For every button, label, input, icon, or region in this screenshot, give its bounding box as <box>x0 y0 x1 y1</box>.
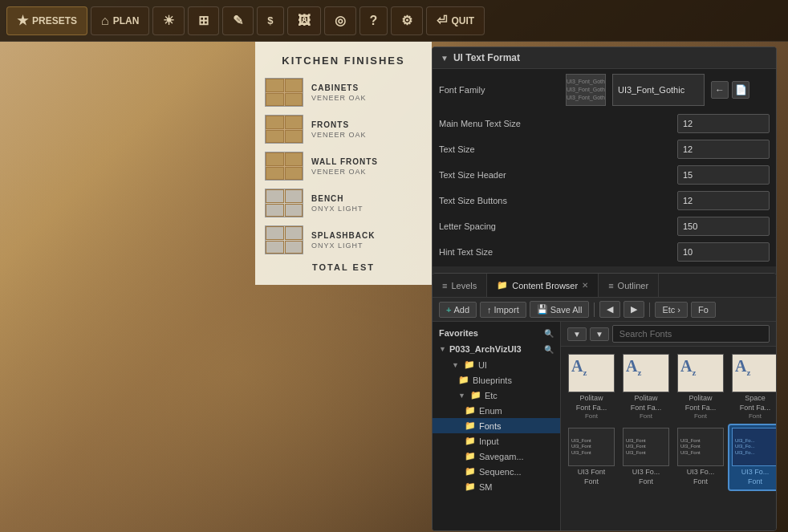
toolbar-btn-settings[interactable]: ⚙ <box>391 6 423 35</box>
total-est-label: TOTAL EST <box>265 262 422 272</box>
quit-label: QUIT <box>451 15 474 26</box>
toolbar-btn-help[interactable]: ? <box>359 6 388 35</box>
tree-item-blueprints[interactable]: 📁 Blueprints <box>433 372 560 388</box>
nav-left-button[interactable]: ◀ <box>599 301 620 318</box>
asset-item-7[interactable]: UI3_FontUI3_FontUI3_Font UI3 Fo...Font <box>675 425 726 489</box>
tab-levels[interactable]: ≡ Levels <box>433 274 487 297</box>
tab-outliner[interactable]: ≡ Outliner <box>599 274 659 297</box>
toolbar-btn-rooms[interactable]: ⊞ <box>188 6 219 35</box>
asset-thumb-1: Az <box>568 354 615 392</box>
finish-item-fronts[interactable]: FRONTS VENEER OAK <box>265 115 422 144</box>
ui-folder-icon: 📁 <box>464 359 475 370</box>
az-badge-3: Az <box>680 357 696 377</box>
asset-grid: Az PolitawFont Fa... Font Az PolitawFont… <box>561 347 776 494</box>
toolbar-btn-plan[interactable]: ⌂ PLAN <box>91 6 149 35</box>
grid-icon: ⊞ <box>198 13 209 28</box>
finish-item-splashback[interactable]: SPLASHBACK ONYX LIGHT <box>265 225 422 254</box>
favorites-label: Favorites <box>439 328 478 338</box>
finish-label-cabinets: CABINETS VENEER OAK <box>311 83 367 102</box>
asset-item-8[interactable]: UI3_Fo...UI3_Fo...UI3_Fo... UI3 Fo...Fon… <box>729 425 776 489</box>
main-menu-text-size-label: Main Menu Text Size <box>439 119 674 128</box>
asset-item-4[interactable]: Az SpaceFont Fa... Font <box>729 351 776 422</box>
project-search-icon[interactable]: 🔍 <box>544 345 554 354</box>
letter-spacing-input[interactable] <box>677 217 770 236</box>
finish-item-bench[interactable]: BENCH ONYX LIGHT <box>265 189 422 217</box>
filter-options-button[interactable]: ▼ <box>590 327 609 341</box>
toolbar-btn-image[interactable]: 🖼 <box>287 6 321 35</box>
outliner-icon: ≡ <box>608 281 613 290</box>
toolbar-btn-quit[interactable]: ⏎ QUIT <box>426 6 485 35</box>
toolbar-btn-camera[interactable]: ◎ <box>324 6 356 35</box>
content-area: ▼ ▼ Az PolitawFont Fa... Font <box>561 322 776 530</box>
etc-label: Etc <box>485 391 498 400</box>
asset-thumb-3: Az <box>677 354 724 392</box>
font-preview-box: UI3_Font_GothUI3_Font_GothUI3_Font_Goth <box>566 74 606 106</box>
tree-item-sequence[interactable]: 📁 Sequenc... <box>433 464 560 479</box>
asset-thumb-5: UI3_FontUI3_FontUI3_Font <box>568 428 615 466</box>
blueprints-label: Blueprints <box>473 376 512 385</box>
etc-button[interactable]: Etc › <box>655 302 688 318</box>
tab-close-button[interactable]: ✕ <box>582 281 588 290</box>
toolbar-btn-pricing[interactable]: $ <box>257 6 283 35</box>
text-size-header-input[interactable] <box>677 165 770 185</box>
main-menu-text-size-input[interactable] <box>677 114 770 133</box>
fo-button[interactable]: Fo <box>691 302 716 318</box>
plus-icon: + <box>446 305 451 315</box>
ui-text-format-title: UI Text Format <box>453 52 520 63</box>
font-preview-8: UI3_Fo...UI3_Fo...UI3_Fo... <box>733 428 776 465</box>
tree-item-sm[interactable]: 📁 SM <box>433 479 560 494</box>
tree-item-input[interactable]: 📁 Input <box>433 433 560 449</box>
save-icon: 💾 <box>537 304 548 315</box>
finish-swatch-splashback <box>265 225 303 254</box>
help-icon: ? <box>370 14 378 28</box>
asset-item-5[interactable]: UI3_FontUI3_FontUI3_Font UI3 FontFont <box>566 425 617 489</box>
tree-item-etc[interactable]: ▼ 📁 Etc <box>433 388 560 403</box>
tab-content-browser[interactable]: 📁 Content Browser ✕ <box>487 274 599 297</box>
search-tree-icon[interactable]: 🔍 <box>544 329 554 338</box>
add-button[interactable]: + Add <box>439 302 477 318</box>
finish-swatch-cabinets <box>265 78 303 107</box>
font-browse-button[interactable]: 📄 <box>732 81 749 99</box>
filter-button[interactable]: ▼ <box>567 327 587 341</box>
content-browser-panel: ≡ Levels 📁 Content Browser ✕ ≡ Outliner … <box>432 273 777 531</box>
fonts-folder-icon: 📁 <box>465 420 476 431</box>
toolbar-btn-presets[interactable]: ★ PRESETS <box>6 6 87 35</box>
nav-right-button[interactable]: ▶ <box>623 301 644 318</box>
kitchen-panel: KITCHEN FINISHES CABINETS VENEER OAK FRO… <box>255 42 432 285</box>
favorites-section[interactable]: Favorites 🔍 <box>433 325 560 341</box>
text-size-buttons-input[interactable] <box>677 191 770 210</box>
finish-item-wall-fronts[interactable]: WALL FRONTS VENEER OAK <box>265 152 422 181</box>
camera-icon: ◎ <box>335 13 346 28</box>
fonts-label: Fonts <box>479 421 502 431</box>
project-arrow-icon: ▼ <box>439 345 446 353</box>
save-all-button[interactable]: 💾 Save All <box>530 301 590 318</box>
finish-item-cabinets[interactable]: CABINETS VENEER OAK <box>265 78 422 107</box>
asset-item-1[interactable]: Az PolitawFont Fa... Font <box>566 351 617 422</box>
import-button[interactable]: ↑ Import <box>480 302 526 318</box>
asset-type-4: Font <box>749 412 762 420</box>
toolbar-btn-edit[interactable]: ✎ <box>222 6 254 35</box>
tree-item-enum[interactable]: 📁 Enum <box>433 403 560 418</box>
az-badge-4: Az <box>735 357 750 377</box>
toolbar-btn-lighting[interactable]: ☀ <box>152 6 185 35</box>
fo-label: Fo <box>698 305 709 315</box>
project-section[interactable]: ▼ P033_ArchVizUI3 🔍 <box>433 341 560 357</box>
tree-item-ui[interactable]: ▼ 📁 UI <box>433 357 560 372</box>
levels-label: Levels <box>451 281 477 290</box>
search-input[interactable] <box>612 325 770 343</box>
tree-item-fonts[interactable]: 📁 Fonts <box>433 418 560 433</box>
asset-item-2[interactable]: Az PolitawFont Fa... Font <box>620 351 672 422</box>
text-size-input[interactable] <box>677 140 770 159</box>
tree-item-savegame[interactable]: 📁 Savegam... <box>433 449 560 464</box>
font-name-display: UI3_Font_Gothic <box>612 74 705 106</box>
finish-swatch-wall-fronts <box>265 152 303 181</box>
text-size-header-label: Text Size Header <box>439 170 674 180</box>
action-divider-2 <box>649 303 650 317</box>
etc-folder-icon: 📁 <box>470 390 481 400</box>
font-back-button[interactable]: ← <box>711 81 729 99</box>
hint-text-size-input[interactable] <box>677 242 770 262</box>
asset-item-3[interactable]: Az PolitawFont Fa... Font <box>675 351 726 422</box>
ui-text-format-header[interactable]: ▼ UI Text Format <box>433 47 776 69</box>
asset-item-6[interactable]: UI3_FontUI3_FontUI3_Font UI3 Fo...Font <box>620 425 672 489</box>
sm-label: SM <box>479 482 493 492</box>
